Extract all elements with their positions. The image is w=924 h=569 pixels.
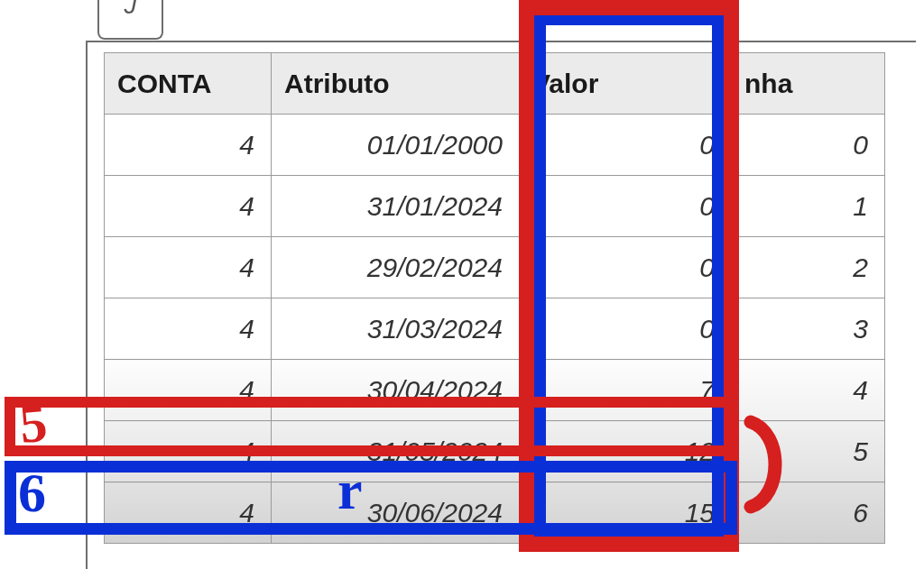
cell-valor[interactable]: 0 [520, 115, 732, 176]
cell-atributo[interactable]: 30/06/2024 [272, 482, 520, 544]
cell-valor[interactable]: 0 [520, 176, 732, 237]
cell-atributo[interactable]: 29/02/2024 [272, 237, 520, 298]
table-row[interactable]: 4 01/01/2000 0 0 [105, 115, 885, 176]
cell-linha[interactable]: 6 [732, 482, 885, 544]
cell-atributo[interactable]: 01/01/2000 [272, 115, 520, 176]
cell-conta[interactable]: 4 [105, 421, 272, 482]
annotation-label-6: 6 [18, 465, 72, 519]
cell-conta[interactable]: 4 [105, 298, 272, 360]
cell-conta[interactable]: 4 [105, 237, 272, 298]
header-conta[interactable]: CONTA [105, 53, 272, 115]
table-row[interactable]: 4 31/01/2024 0 1 [105, 176, 885, 237]
cell-valor[interactable]: 7 [520, 360, 732, 421]
header-atributo[interactable]: Atributo [272, 53, 520, 115]
cell-linha[interactable]: 0 [732, 115, 885, 176]
table-row[interactable]: 4 30/06/2024 15 6 [105, 482, 885, 544]
cell-valor[interactable]: 15 [520, 482, 732, 544]
data-table: CONTA Atributo Valor nha 4 01/01/2000 0 … [104, 52, 885, 544]
cell-conta[interactable]: 4 [105, 482, 272, 544]
cell-linha[interactable]: 1 [732, 176, 885, 237]
cell-conta[interactable]: 4 [105, 360, 272, 421]
header-valor[interactable]: Valor [520, 53, 732, 115]
table-body: 4 01/01/2000 0 0 4 31/01/2024 0 1 4 29/0… [105, 115, 885, 544]
cell-linha[interactable]: 5 [732, 421, 885, 482]
cell-atributo[interactable]: 31/03/2024 [272, 298, 520, 360]
cell-linha[interactable]: 4 [732, 360, 885, 421]
cell-valor[interactable]: 0 [520, 237, 732, 298]
cell-atributo[interactable]: 30/04/2024 [272, 360, 520, 421]
cell-atributo[interactable]: 31/05/2024 [272, 421, 520, 482]
table-row[interactable]: 4 31/03/2024 0 3 [105, 298, 885, 360]
tab-stub: J [97, 0, 163, 40]
annotation-label-5: 5 [18, 399, 65, 446]
cell-valor[interactable]: 12 [520, 421, 732, 482]
cell-linha[interactable]: 2 [732, 237, 885, 298]
cell-atributo[interactable]: 31/01/2024 [272, 176, 520, 237]
table-row[interactable]: 4 29/02/2024 0 2 [105, 237, 885, 298]
cell-valor[interactable]: 0 [520, 298, 732, 360]
cell-conta[interactable]: 4 [105, 176, 272, 237]
cell-linha[interactable]: 3 [732, 298, 885, 360]
table-row[interactable]: 4 31/05/2024 12 5 [105, 421, 885, 482]
table-header-row: CONTA Atributo Valor nha [105, 53, 885, 115]
header-linha[interactable]: nha [732, 53, 885, 115]
cell-conta[interactable]: 4 [105, 115, 272, 176]
table-row[interactable]: 4 30/04/2024 7 4 [105, 360, 885, 421]
